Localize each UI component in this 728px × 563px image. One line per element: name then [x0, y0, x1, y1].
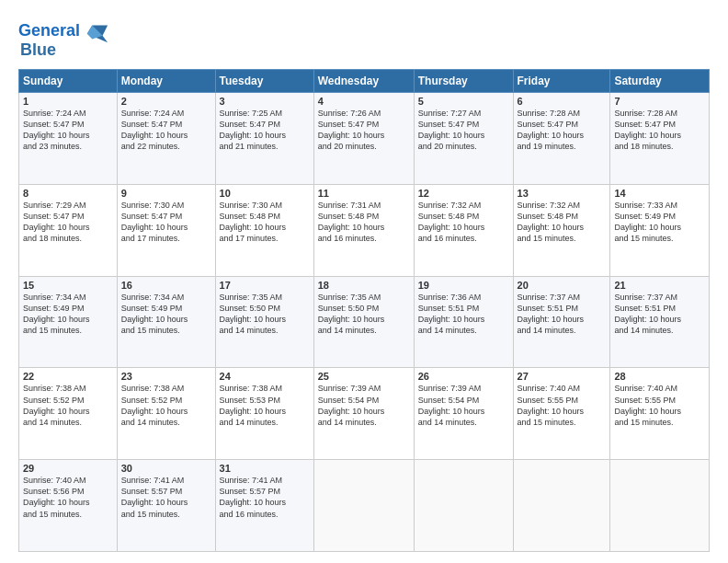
day-number: 18 — [318, 280, 410, 291]
day-info: Sunrise: 7:40 AM Sunset: 5:55 PM Dayligh… — [518, 383, 607, 428]
day-info: Sunrise: 7:31 AM Sunset: 5:48 PM Dayligh… — [318, 200, 410, 245]
weekday-header-tuesday: Tuesday — [215, 70, 313, 93]
day-number: 7 — [614, 96, 705, 107]
day-info: Sunrise: 7:28 AM Sunset: 5:47 PM Dayligh… — [614, 108, 705, 153]
day-info: Sunrise: 7:24 AM Sunset: 5:47 PM Dayligh… — [23, 108, 113, 153]
calendar-cell: 31Sunrise: 7:41 AM Sunset: 5:57 PM Dayli… — [215, 460, 313, 552]
day-info: Sunrise: 7:33 AM Sunset: 5:49 PM Dayligh… — [614, 200, 705, 245]
day-number: 22 — [23, 371, 113, 382]
day-number: 26 — [418, 371, 509, 382]
day-number: 30 — [121, 463, 211, 474]
day-number: 3 — [220, 96, 310, 107]
day-info: Sunrise: 7:32 AM Sunset: 5:48 PM Dayligh… — [418, 200, 509, 245]
day-info: Sunrise: 7:38 AM Sunset: 5:53 PM Dayligh… — [220, 383, 310, 428]
day-info: Sunrise: 7:41 AM Sunset: 5:57 PM Dayligh… — [220, 475, 310, 520]
day-info: Sunrise: 7:25 AM Sunset: 5:47 PM Dayligh… — [220, 108, 310, 153]
calendar-cell — [414, 460, 513, 552]
day-number: 24 — [220, 371, 310, 382]
calendar-cell: 20Sunrise: 7:37 AM Sunset: 5:51 PM Dayli… — [513, 276, 610, 368]
day-number: 6 — [518, 96, 607, 107]
day-number: 11 — [318, 188, 410, 199]
calendar-cell: 21Sunrise: 7:37 AM Sunset: 5:51 PM Dayli… — [610, 276, 710, 368]
calendar-cell: 7Sunrise: 7:28 AM Sunset: 5:47 PM Daylig… — [610, 93, 710, 185]
calendar-cell: 18Sunrise: 7:35 AM Sunset: 5:50 PM Dayli… — [313, 276, 414, 368]
day-number: 20 — [518, 280, 607, 291]
calendar-cell: 25Sunrise: 7:39 AM Sunset: 5:54 PM Dayli… — [313, 368, 414, 460]
day-info: Sunrise: 7:40 AM Sunset: 5:55 PM Dayligh… — [614, 383, 705, 428]
day-info: Sunrise: 7:38 AM Sunset: 5:52 PM Dayligh… — [23, 383, 113, 428]
day-number: 15 — [23, 280, 113, 291]
calendar-cell: 9Sunrise: 7:30 AM Sunset: 5:47 PM Daylig… — [117, 184, 215, 276]
day-number: 31 — [220, 463, 310, 474]
day-info: Sunrise: 7:38 AM Sunset: 5:52 PM Dayligh… — [121, 383, 211, 428]
calendar-cell — [313, 460, 414, 552]
calendar-cell: 23Sunrise: 7:38 AM Sunset: 5:52 PM Dayli… — [117, 368, 215, 460]
logo-text: General — [18, 22, 80, 40]
day-number: 25 — [318, 371, 410, 382]
calendar-cell: 11Sunrise: 7:31 AM Sunset: 5:48 PM Dayli… — [313, 184, 414, 276]
weekday-header-wednesday: Wednesday — [313, 70, 414, 93]
calendar-cell — [610, 460, 710, 552]
weekday-header-saturday: Saturday — [610, 70, 710, 93]
page: General Blue SundayMondayTuesdayWednesda… — [0, 0, 728, 563]
calendar-cell: 13Sunrise: 7:32 AM Sunset: 5:48 PM Dayli… — [513, 184, 610, 276]
day-number: 28 — [614, 371, 705, 382]
day-info: Sunrise: 7:24 AM Sunset: 5:47 PM Dayligh… — [121, 108, 211, 153]
calendar-cell: 3Sunrise: 7:25 AM Sunset: 5:47 PM Daylig… — [215, 93, 313, 185]
day-info: Sunrise: 7:30 AM Sunset: 5:48 PM Dayligh… — [220, 200, 310, 245]
day-info: Sunrise: 7:39 AM Sunset: 5:54 PM Dayligh… — [318, 383, 410, 428]
calendar-cell: 17Sunrise: 7:35 AM Sunset: 5:50 PM Dayli… — [215, 276, 313, 368]
day-number: 5 — [418, 96, 509, 107]
day-number: 8 — [23, 188, 113, 199]
day-info: Sunrise: 7:37 AM Sunset: 5:51 PM Dayligh… — [614, 292, 705, 337]
weekday-header-sunday: Sunday — [19, 70, 118, 93]
calendar-cell: 12Sunrise: 7:32 AM Sunset: 5:48 PM Dayli… — [414, 184, 513, 276]
day-info: Sunrise: 7:34 AM Sunset: 5:49 PM Dayligh… — [121, 292, 211, 337]
day-number: 4 — [318, 96, 410, 107]
day-number: 29 — [23, 463, 113, 474]
weekday-header-friday: Friday — [513, 70, 610, 93]
calendar-cell — [513, 460, 610, 552]
calendar-cell: 10Sunrise: 7:30 AM Sunset: 5:48 PM Dayli… — [215, 184, 313, 276]
logo: General Blue — [18, 18, 109, 60]
day-info: Sunrise: 7:39 AM Sunset: 5:54 PM Dayligh… — [418, 383, 509, 428]
day-number: 1 — [23, 96, 113, 107]
day-info: Sunrise: 7:37 AM Sunset: 5:51 PM Dayligh… — [518, 292, 607, 337]
day-number: 16 — [121, 280, 211, 291]
calendar-cell: 26Sunrise: 7:39 AM Sunset: 5:54 PM Dayli… — [414, 368, 513, 460]
calendar-cell: 24Sunrise: 7:38 AM Sunset: 5:53 PM Dayli… — [215, 368, 313, 460]
calendar-cell: 28Sunrise: 7:40 AM Sunset: 5:55 PM Dayli… — [610, 368, 710, 460]
day-info: Sunrise: 7:32 AM Sunset: 5:48 PM Dayligh… — [518, 200, 607, 245]
calendar-cell: 5Sunrise: 7:27 AM Sunset: 5:47 PM Daylig… — [414, 93, 513, 185]
day-info: Sunrise: 7:40 AM Sunset: 5:56 PM Dayligh… — [23, 475, 113, 520]
day-number: 14 — [614, 188, 705, 199]
calendar-cell: 8Sunrise: 7:29 AM Sunset: 5:47 PM Daylig… — [19, 184, 118, 276]
calendar-cell: 30Sunrise: 7:41 AM Sunset: 5:57 PM Dayli… — [117, 460, 215, 552]
calendar-cell: 6Sunrise: 7:28 AM Sunset: 5:47 PM Daylig… — [513, 93, 610, 185]
day-info: Sunrise: 7:41 AM Sunset: 5:57 PM Dayligh… — [121, 475, 211, 520]
day-number: 9 — [121, 188, 211, 199]
day-number: 2 — [121, 96, 211, 107]
day-info: Sunrise: 7:26 AM Sunset: 5:47 PM Dayligh… — [318, 108, 410, 153]
calendar-table: SundayMondayTuesdayWednesdayThursdayFrid… — [18, 69, 710, 552]
calendar-cell: 16Sunrise: 7:34 AM Sunset: 5:49 PM Dayli… — [117, 276, 215, 368]
logo-icon — [84, 18, 109, 44]
weekday-header-monday: Monday — [117, 70, 215, 93]
day-info: Sunrise: 7:35 AM Sunset: 5:50 PM Dayligh… — [318, 292, 410, 337]
day-info: Sunrise: 7:34 AM Sunset: 5:49 PM Dayligh… — [23, 292, 113, 337]
calendar-cell: 14Sunrise: 7:33 AM Sunset: 5:49 PM Dayli… — [610, 184, 710, 276]
day-number: 13 — [518, 188, 607, 199]
day-info: Sunrise: 7:36 AM Sunset: 5:51 PM Dayligh… — [418, 292, 509, 337]
calendar-cell: 29Sunrise: 7:40 AM Sunset: 5:56 PM Dayli… — [19, 460, 118, 552]
day-number: 17 — [220, 280, 310, 291]
day-number: 23 — [121, 371, 211, 382]
calendar-cell: 19Sunrise: 7:36 AM Sunset: 5:51 PM Dayli… — [414, 276, 513, 368]
day-number: 21 — [614, 280, 705, 291]
header: General Blue — [18, 15, 710, 60]
calendar-cell: 2Sunrise: 7:24 AM Sunset: 5:47 PM Daylig… — [117, 93, 215, 185]
calendar-cell: 27Sunrise: 7:40 AM Sunset: 5:55 PM Dayli… — [513, 368, 610, 460]
day-number: 19 — [418, 280, 509, 291]
day-number: 27 — [518, 371, 607, 382]
calendar-cell: 4Sunrise: 7:26 AM Sunset: 5:47 PM Daylig… — [313, 93, 414, 185]
day-info: Sunrise: 7:27 AM Sunset: 5:47 PM Dayligh… — [418, 108, 509, 153]
